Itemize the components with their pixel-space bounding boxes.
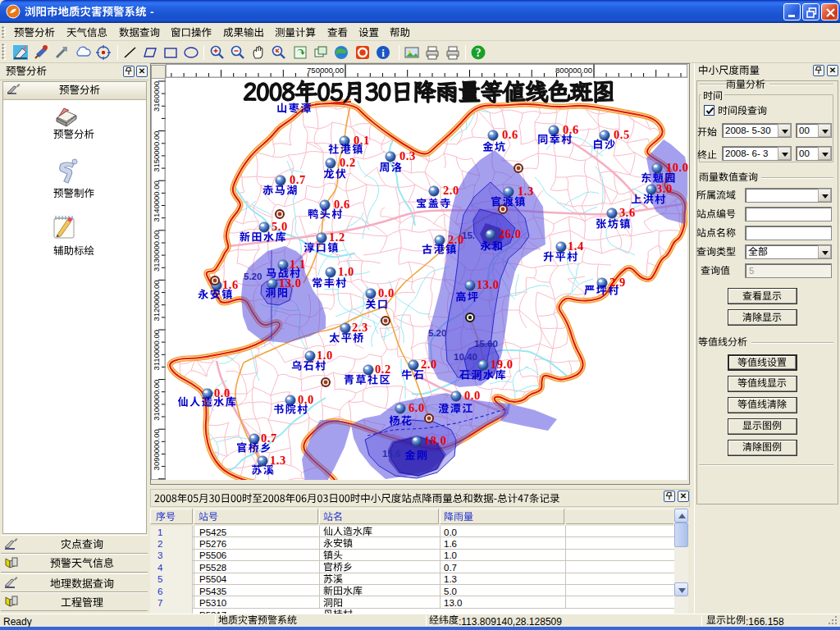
svg-text:?: ? — [476, 47, 482, 59]
svg-text:3150000.00: 3150000.00 — [152, 131, 161, 172]
svg-text:3140000.00: 3140000.00 — [152, 180, 161, 221]
svg-text:3090000.00: 3090000.00 — [152, 429, 161, 470]
svg-text:750000.00: 750000.00 — [307, 66, 344, 75]
svg-text:3160000: 3160000 — [152, 81, 161, 112]
svg-text:3120000.00: 3120000.00 — [152, 280, 161, 321]
svg-text:3110000.00: 3110000.00 — [152, 330, 161, 371]
svg-text:800000.00: 800000.00 — [555, 66, 592, 75]
svg-text:3100000.00: 3100000.00 — [152, 380, 161, 421]
svg-text:i: i — [381, 47, 385, 59]
svg-text:3130000.00: 3130000.00 — [152, 231, 161, 272]
